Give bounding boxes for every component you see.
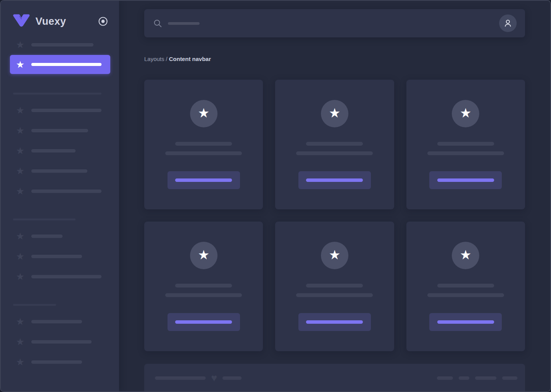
sidebar-menu-item[interactable]: ★	[1, 186, 119, 196]
footer-link-placeholder[interactable]	[459, 376, 469, 380]
button-label-placeholder	[175, 320, 232, 324]
menu-label-placeholder	[31, 340, 92, 344]
menu-label-placeholder	[31, 129, 88, 132]
menu-label-placeholder	[31, 235, 63, 238]
star-icon: ★	[16, 146, 25, 155]
card-action-button[interactable]	[298, 313, 371, 331]
card-avatar-circle: ★	[321, 242, 348, 269]
top-navbar	[144, 9, 525, 37]
card-avatar-circle: ★	[190, 242, 218, 269]
breadcrumb-current: Content navbar	[169, 56, 211, 62]
search-icon	[153, 19, 162, 28]
card-avatar-circle: ★	[452, 242, 479, 269]
menu-label-placeholder	[13, 93, 102, 95]
card-title-placeholder	[175, 142, 232, 146]
menu-label-placeholder	[31, 255, 82, 258]
card-action-button[interactable]	[168, 171, 240, 189]
card-subtitle-placeholder	[296, 293, 373, 297]
search-input[interactable]	[153, 19, 499, 28]
menu-label-placeholder	[31, 43, 93, 47]
button-label-placeholder	[306, 320, 363, 324]
main-content: Layouts/Content navbar ★ ★	[119, 1, 550, 391]
button-label-placeholder	[437, 320, 494, 324]
menu-label-placeholder	[13, 304, 56, 306]
star-icon: ★	[16, 60, 25, 69]
sidebar-menu-item[interactable]: ★	[1, 146, 119, 155]
star-icon: ★	[16, 357, 25, 366]
page-footer: ♥	[144, 364, 525, 391]
sidebar-menu-item[interactable]: ★	[1, 337, 119, 346]
sidebar-menu-item[interactable]: ★	[1, 231, 119, 241]
vuexy-logo-icon[interactable]	[12, 14, 31, 29]
card-subtitle-placeholder	[427, 151, 504, 155]
search-placeholder-bar	[168, 22, 200, 25]
placeholder-card: ★	[406, 80, 525, 209]
star-icon: ★	[16, 317, 25, 326]
heart-icon: ♥	[211, 373, 217, 383]
breadcrumb-section[interactable]: Layouts	[144, 56, 164, 62]
card-action-button[interactable]	[429, 313, 502, 331]
menu-label-placeholder	[31, 320, 82, 323]
placeholder-card: ★	[406, 222, 525, 351]
placeholder-card: ★	[144, 222, 263, 351]
card-action-button[interactable]	[429, 171, 502, 189]
star-icon: ★	[198, 106, 209, 121]
star-icon: ★	[16, 186, 25, 196]
star-icon: ★	[329, 106, 340, 121]
card-title-placeholder	[437, 284, 494, 288]
sidebar-menu-item[interactable]: ★	[10, 55, 110, 74]
menu-pin-toggle[interactable]	[98, 16, 108, 26]
footer-text-placeholder	[155, 376, 206, 380]
sidebar: Vuexy ★ ★ ★	[1, 1, 119, 391]
card-subtitle-placeholder	[165, 151, 242, 155]
card-title-placeholder	[306, 284, 363, 288]
star-icon: ★	[16, 106, 25, 115]
star-icon: ★	[198, 248, 209, 263]
placeholder-card: ★	[275, 80, 394, 209]
star-icon: ★	[329, 248, 340, 263]
button-label-placeholder	[306, 178, 363, 182]
menu-label-placeholder	[31, 63, 102, 66]
footer-link-placeholder[interactable]	[502, 376, 517, 380]
brand-title: Vuexy	[35, 16, 66, 27]
sidebar-menu-item[interactable]: ★	[1, 166, 119, 175]
app-window: Vuexy ★ ★ ★	[0, 0, 551, 392]
sidebar-menu-item[interactable]: ★	[1, 126, 119, 135]
card-action-button[interactable]	[298, 171, 371, 189]
star-icon: ★	[460, 248, 471, 263]
star-icon: ★	[16, 40, 25, 49]
sidebar-menu-item[interactable]: ★	[1, 40, 119, 49]
menu-label-placeholder	[31, 109, 102, 112]
card-action-button[interactable]	[168, 313, 240, 331]
footer-link-placeholder[interactable]	[437, 376, 453, 380]
sidebar-menu-item[interactable]: ★	[1, 317, 119, 326]
sidebar-menu-item[interactable]	[13, 218, 119, 220]
breadcrumb: Layouts/Content navbar	[144, 55, 525, 63]
button-label-placeholder	[175, 178, 232, 182]
sidebar-menu-item[interactable]	[13, 93, 119, 95]
sidebar-menu-item[interactable]: ★	[1, 252, 119, 261]
footer-link-placeholder[interactable]	[475, 376, 496, 380]
sidebar-menu-item[interactable]: ★	[1, 106, 119, 115]
card-title-placeholder	[175, 284, 232, 288]
menu-label-placeholder	[31, 149, 76, 153]
sidebar-menu-item[interactable]: ★	[1, 272, 119, 281]
card-title-placeholder	[437, 142, 494, 146]
star-icon: ★	[16, 126, 25, 135]
menu-label-placeholder	[31, 190, 102, 193]
sidebar-menu-item[interactable]	[13, 304, 119, 306]
user-avatar-button[interactable]	[499, 14, 517, 32]
brand: Vuexy	[1, 1, 119, 29]
button-label-placeholder	[437, 178, 494, 182]
star-icon: ★	[16, 272, 25, 281]
menu-label-placeholder	[31, 169, 87, 173]
sidebar-menu: ★ ★ ★ ★ ★ ★	[1, 29, 119, 366]
card-title-placeholder	[306, 142, 363, 146]
footer-text-placeholder	[222, 376, 242, 380]
menu-label-placeholder	[31, 275, 102, 278]
person-icon	[503, 19, 512, 28]
card-avatar-circle: ★	[452, 100, 479, 127]
sidebar-menu-item[interactable]: ★	[1, 357, 119, 366]
menu-label-placeholder	[13, 218, 76, 220]
footer-links	[437, 376, 517, 380]
